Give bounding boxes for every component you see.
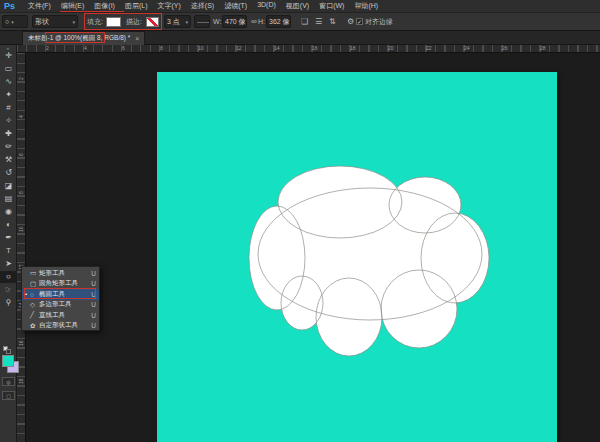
- cloud-ellipse-shape: [157, 72, 557, 442]
- blur-tool-icon[interactable]: ◉: [0, 206, 17, 218]
- path-selection-tool-icon[interactable]: ➤: [0, 258, 17, 270]
- gear-icon[interactable]: ⚙: [347, 15, 354, 28]
- vertical-ruler[interactable]: 24681012141618: [17, 53, 26, 442]
- checkbox-check-icon: ✓: [356, 18, 363, 25]
- ruler-tick-label: 4: [19, 115, 24, 118]
- chevron-down-icon: ▾: [11, 19, 14, 25]
- tool-preset-picker[interactable]: ○ ▾: [2, 15, 28, 28]
- shape-glyph-icon: ✿: [30, 322, 39, 330]
- menu-item[interactable]: 图像(I): [89, 1, 120, 11]
- ruler-tick-label: 10: [198, 46, 204, 51]
- eyedropper-tool-icon[interactable]: ✧: [0, 115, 17, 127]
- ruler-tick-label: 26: [502, 46, 508, 51]
- dodge-tool-icon[interactable]: ◐: [0, 219, 17, 231]
- document-canvas[interactable]: [157, 72, 557, 442]
- menu-item[interactable]: 文件(F): [23, 1, 56, 11]
- ruler-tick-label: 20: [388, 46, 394, 51]
- close-icon[interactable]: ×: [135, 35, 139, 42]
- stroke-width-value: 3 点: [167, 17, 180, 27]
- chevron-down-icon: ▾: [185, 19, 188, 25]
- shortcut-key: U: [91, 280, 96, 287]
- horizontal-ruler[interactable]: 246810121416182022242628: [17, 45, 600, 53]
- path-alignment-icon[interactable]: ☰: [315, 15, 322, 28]
- menu-items: 文件(F)编辑(E)图像(I)图层(L)文字(Y)选择(S)滤镜(T)3D(D)…: [23, 1, 383, 11]
- shape-glyph-icon: ▭: [30, 269, 39, 277]
- ellipse-tool-icon[interactable]: ○: [0, 271, 17, 283]
- flyout-item-多边形工具[interactable]: ◇多边形工具U: [22, 300, 99, 311]
- shape-height-input[interactable]: 362 像素: [266, 15, 291, 28]
- menu-item[interactable]: 滤镜(T): [219, 1, 252, 11]
- foreground-color-swatch[interactable]: [2, 355, 14, 367]
- tool-bar: « ◎ ▢ ✛▭∿✦#✧✚✏⚒↺◪▤◉◐✒T➤○☞⚲: [0, 45, 17, 442]
- menu-item[interactable]: 选择(S): [186, 1, 219, 11]
- shape-tools-flyout-menu: ▭矩形工具U▢圆角矩形工具U•○椭圆工具U◇多边形工具U╱直线工具U✿自定形状工…: [21, 266, 100, 331]
- screen-mode-button[interactable]: ▢: [2, 391, 15, 400]
- tool-mode-value: 形状: [35, 17, 49, 27]
- brush-tool-icon[interactable]: ✏: [0, 141, 17, 153]
- shape-glyph-icon: ╱: [30, 311, 39, 319]
- clone-stamp-tool-icon[interactable]: ⚒: [0, 154, 17, 166]
- annotation-box-ellipse-tool: [24, 288, 96, 299]
- type-tool-icon[interactable]: T: [0, 245, 17, 257]
- shortcut-key: U: [91, 270, 96, 277]
- ruler-tick-label: 8: [19, 191, 24, 194]
- quick-mask-button[interactable]: ◎: [2, 377, 15, 386]
- tool-mode-dropdown[interactable]: 形状 ▾: [32, 15, 78, 28]
- flyout-item-矩形工具[interactable]: ▭矩形工具U: [22, 268, 99, 279]
- marquee-tool-icon[interactable]: ▭: [0, 63, 17, 75]
- gradient-tool-icon[interactable]: ▤: [0, 193, 17, 205]
- align-edges-label: 对齐边缘: [365, 17, 393, 27]
- annotation-box-tab: [45, 32, 105, 43]
- move-tool-icon[interactable]: ✛: [0, 50, 17, 62]
- shape-glyph-icon: ◇: [30, 301, 39, 309]
- flyout-item-label: 直线工具: [39, 311, 91, 320]
- menu-item[interactable]: 图层(L): [120, 1, 153, 11]
- red-underline-annotation: [60, 11, 124, 13]
- flyout-item-label: 自定形状工具: [39, 321, 91, 330]
- stroke-width-field[interactable]: 3 点 ▾: [164, 15, 191, 28]
- menu-item[interactable]: 文字(Y): [152, 1, 185, 11]
- stroke-style-dropdown[interactable]: ——— ▾: [194, 15, 210, 28]
- ruler-tick-label: 2: [46, 46, 49, 51]
- work-area: [26, 53, 600, 442]
- ruler-tick-label: 18: [350, 46, 356, 51]
- chevron-down-icon: ▾: [72, 19, 75, 25]
- eraser-tool-icon[interactable]: ◪: [0, 180, 17, 192]
- line-style-preview: ———: [197, 19, 210, 25]
- path-arrange-icon[interactable]: ⇅: [329, 15, 336, 28]
- zoom-tool-icon[interactable]: ⚲: [0, 297, 17, 309]
- height-label: H:: [258, 15, 265, 28]
- align-edges-checkbox[interactable]: ✓ 对齐边缘: [356, 15, 393, 28]
- menu-item[interactable]: 帮助(H): [349, 1, 383, 11]
- annotation-box-fill-stroke: [84, 13, 162, 30]
- menu-item[interactable]: 编辑(E): [56, 1, 89, 11]
- pen-tool-icon[interactable]: ✒: [0, 232, 17, 244]
- default-colors-icon[interactable]: [3, 346, 13, 354]
- link-dimensions-icon[interactable]: ∞: [251, 15, 257, 28]
- ruler-tick-label: 14: [274, 46, 280, 51]
- flyout-item-label: 多边形工具: [39, 300, 91, 309]
- ruler-tick-label: 22: [426, 46, 432, 51]
- menu-item[interactable]: 视图(V): [281, 1, 314, 11]
- lasso-tool-icon[interactable]: ∿: [0, 76, 17, 88]
- menu-item[interactable]: 3D(D): [252, 1, 281, 11]
- crop-tool-icon[interactable]: #: [0, 102, 17, 114]
- shape-height-value: 362 像素: [269, 17, 291, 27]
- path-operations-icon[interactable]: ❏: [301, 15, 308, 28]
- ruler-tick-label: 24: [464, 46, 470, 51]
- shortcut-key: U: [91, 301, 96, 308]
- ruler-tick-label: 18: [19, 378, 24, 384]
- hand-tool-icon[interactable]: ☞: [0, 284, 17, 296]
- flyout-item-自定形状工具[interactable]: ✿自定形状工具U: [22, 321, 99, 332]
- quick-selection-tool-icon[interactable]: ✦: [0, 89, 17, 101]
- menu-item[interactable]: 窗口(W): [314, 1, 349, 11]
- history-brush-tool-icon[interactable]: ↺: [0, 167, 17, 179]
- ruler-tick-label: 16: [312, 46, 318, 51]
- healing-brush-tool-icon[interactable]: ✚: [0, 128, 17, 140]
- shortcut-key: U: [91, 322, 96, 329]
- flyout-item-直线工具[interactable]: ╱直线工具U: [22, 310, 99, 321]
- photoshop-logo: Ps: [4, 1, 15, 11]
- ruler-tick-label: 4: [84, 46, 87, 51]
- ruler-tick-label: 28: [540, 46, 546, 51]
- shape-width-input[interactable]: 470 像素: [222, 15, 247, 28]
